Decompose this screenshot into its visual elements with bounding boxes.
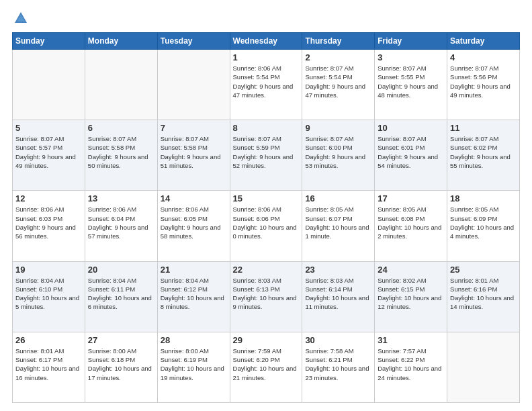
calendar-day: 8Sunrise: 8:07 AMSunset: 5:59 PMDaylight… <box>230 120 302 191</box>
day-info: Sunrise: 8:01 AMSunset: 6:17 PMDaylight:… <box>15 347 82 382</box>
day-info: Sunrise: 8:06 AMSunset: 6:06 PMDaylight:… <box>233 205 300 240</box>
calendar-day: 17Sunrise: 8:05 AMSunset: 6:08 PMDayligh… <box>375 191 447 261</box>
calendar-day: 23Sunrise: 8:03 AMSunset: 6:14 PMDayligh… <box>302 261 375 332</box>
day-number: 26 <box>15 335 82 345</box>
day-number: 8 <box>233 123 300 133</box>
calendar-day <box>13 50 85 120</box>
day-info: Sunrise: 7:58 AMSunset: 6:21 PMDaylight:… <box>305 347 371 382</box>
calendar-day: 20Sunrise: 8:04 AMSunset: 6:11 PMDayligh… <box>85 261 157 332</box>
day-number: 17 <box>378 193 444 203</box>
day-number: 12 <box>15 193 82 203</box>
calendar-day: 16Sunrise: 8:05 AMSunset: 6:07 PMDayligh… <box>302 191 375 261</box>
day-info: Sunrise: 8:05 AMSunset: 6:09 PMDaylight:… <box>450 205 517 240</box>
calendar-day: 24Sunrise: 8:02 AMSunset: 6:15 PMDayligh… <box>375 261 447 332</box>
calendar-day: 14Sunrise: 8:06 AMSunset: 6:05 PMDayligh… <box>157 191 230 261</box>
day-info: Sunrise: 8:07 AMSunset: 5:59 PMDaylight:… <box>233 134 300 170</box>
day-info: Sunrise: 8:04 AMSunset: 6:11 PMDaylight:… <box>88 276 154 312</box>
day-number: 1 <box>233 52 300 62</box>
calendar-header-row: SundayMondayTuesdayWednesdayThursdayFrid… <box>13 33 520 50</box>
day-number: 25 <box>450 265 517 275</box>
calendar-day <box>157 50 230 120</box>
day-info: Sunrise: 8:07 AMSunset: 6:02 PMDaylight:… <box>450 134 517 170</box>
calendar-day: 21Sunrise: 8:04 AMSunset: 6:12 PMDayligh… <box>157 261 230 332</box>
calendar-day: 11Sunrise: 8:07 AMSunset: 6:02 PMDayligh… <box>447 120 520 191</box>
day-info: Sunrise: 8:02 AMSunset: 6:15 PMDaylight:… <box>378 276 444 312</box>
day-header-sunday: Sunday <box>13 33 85 50</box>
day-info: Sunrise: 8:07 AMSunset: 5:58 PMDaylight:… <box>88 134 154 170</box>
calendar-day: 10Sunrise: 8:07 AMSunset: 6:01 PMDayligh… <box>375 120 447 191</box>
logo-icon <box>13 11 28 26</box>
day-info: Sunrise: 8:04 AMSunset: 6:10 PMDaylight:… <box>15 276 82 312</box>
day-info: Sunrise: 7:57 AMSunset: 6:22 PMDaylight:… <box>378 347 444 382</box>
day-number: 7 <box>161 123 227 133</box>
day-number: 3 <box>378 52 444 62</box>
calendar-day: 13Sunrise: 8:06 AMSunset: 6:04 PMDayligh… <box>85 191 157 261</box>
calendar-day: 15Sunrise: 8:06 AMSunset: 6:06 PMDayligh… <box>230 191 302 261</box>
day-header-tuesday: Tuesday <box>157 33 230 50</box>
calendar-day: 26Sunrise: 8:01 AMSunset: 6:17 PMDayligh… <box>13 332 85 402</box>
day-info: Sunrise: 8:06 AMSunset: 6:05 PMDaylight:… <box>161 205 227 240</box>
day-number: 13 <box>88 193 154 203</box>
calendar-day: 7Sunrise: 8:07 AMSunset: 5:58 PMDaylight… <box>157 120 230 191</box>
day-info: Sunrise: 8:07 AMSunset: 5:54 PMDaylight:… <box>305 64 371 99</box>
calendar-day: 12Sunrise: 8:06 AMSunset: 6:03 PMDayligh… <box>13 191 85 261</box>
day-info: Sunrise: 8:04 AMSunset: 6:12 PMDaylight:… <box>161 276 227 312</box>
day-number: 23 <box>305 265 371 275</box>
day-number: 30 <box>305 335 371 345</box>
day-info: Sunrise: 8:07 AMSunset: 6:01 PMDaylight:… <box>378 134 444 170</box>
day-number: 28 <box>161 335 227 345</box>
day-number: 15 <box>233 193 300 203</box>
day-number: 6 <box>88 123 154 133</box>
calendar-day: 6Sunrise: 8:07 AMSunset: 5:58 PMDaylight… <box>85 120 157 191</box>
calendar-table: SundayMondayTuesdayWednesdayThursdayFrid… <box>12 32 520 403</box>
day-number: 29 <box>233 335 300 345</box>
day-header-thursday: Thursday <box>302 33 375 50</box>
day-info: Sunrise: 8:07 AMSunset: 5:58 PMDaylight:… <box>161 134 227 170</box>
day-info: Sunrise: 8:07 AMSunset: 5:55 PMDaylight:… <box>378 64 444 99</box>
day-number: 19 <box>15 265 82 275</box>
header <box>12 11 520 26</box>
day-number: 22 <box>233 265 300 275</box>
day-number: 18 <box>450 193 517 203</box>
day-number: 31 <box>378 335 444 345</box>
day-info: Sunrise: 8:06 AMSunset: 6:04 PMDaylight:… <box>88 205 154 240</box>
day-number: 4 <box>450 52 517 62</box>
calendar-day <box>447 332 520 402</box>
day-number: 14 <box>161 193 227 203</box>
calendar-day: 3Sunrise: 8:07 AMSunset: 5:55 PMDaylight… <box>375 50 447 120</box>
day-header-wednesday: Wednesday <box>230 33 302 50</box>
day-number: 20 <box>88 265 154 275</box>
calendar-day: 27Sunrise: 8:00 AMSunset: 6:18 PMDayligh… <box>85 332 157 402</box>
calendar-week-row: 1Sunrise: 8:06 AMSunset: 5:54 PMDaylight… <box>13 50 520 120</box>
calendar-day: 2Sunrise: 8:07 AMSunset: 5:54 PMDaylight… <box>302 50 375 120</box>
calendar-day: 9Sunrise: 8:07 AMSunset: 6:00 PMDaylight… <box>302 120 375 191</box>
day-info: Sunrise: 8:06 AMSunset: 6:03 PMDaylight:… <box>15 205 82 240</box>
day-header-monday: Monday <box>85 33 157 50</box>
day-info: Sunrise: 8:03 AMSunset: 6:13 PMDaylight:… <box>233 276 300 312</box>
day-number: 5 <box>15 123 82 133</box>
calendar-day: 4Sunrise: 8:07 AMSunset: 5:56 PMDaylight… <box>447 50 520 120</box>
day-number: 9 <box>305 123 371 133</box>
day-number: 10 <box>378 123 444 133</box>
calendar-day: 1Sunrise: 8:06 AMSunset: 5:54 PMDaylight… <box>230 50 302 120</box>
day-header-friday: Friday <box>375 33 447 50</box>
calendar-day <box>85 50 157 120</box>
calendar-day: 19Sunrise: 8:04 AMSunset: 6:10 PMDayligh… <box>13 261 85 332</box>
calendar-day: 29Sunrise: 7:59 AMSunset: 6:20 PMDayligh… <box>230 332 302 402</box>
day-number: 2 <box>305 52 371 62</box>
day-info: Sunrise: 8:00 AMSunset: 6:19 PMDaylight:… <box>161 347 227 382</box>
page: SundayMondayTuesdayWednesdayThursdayFrid… <box>0 0 532 411</box>
day-number: 27 <box>88 335 154 345</box>
calendar-day: 31Sunrise: 7:57 AMSunset: 6:22 PMDayligh… <box>375 332 447 402</box>
day-info: Sunrise: 7:59 AMSunset: 6:20 PMDaylight:… <box>233 347 300 382</box>
calendar-day: 22Sunrise: 8:03 AMSunset: 6:13 PMDayligh… <box>230 261 302 332</box>
day-info: Sunrise: 8:07 AMSunset: 5:56 PMDaylight:… <box>450 64 517 99</box>
calendar-day: 5Sunrise: 8:07 AMSunset: 5:57 PMDaylight… <box>13 120 85 191</box>
day-info: Sunrise: 8:03 AMSunset: 6:14 PMDaylight:… <box>305 276 371 312</box>
calendar-week-row: 19Sunrise: 8:04 AMSunset: 6:10 PMDayligh… <box>13 261 520 332</box>
day-number: 21 <box>161 265 227 275</box>
day-number: 11 <box>450 123 517 133</box>
day-info: Sunrise: 8:01 AMSunset: 6:16 PMDaylight:… <box>450 276 517 312</box>
calendar-day: 30Sunrise: 7:58 AMSunset: 6:21 PMDayligh… <box>302 332 375 402</box>
calendar-day: 25Sunrise: 8:01 AMSunset: 6:16 PMDayligh… <box>447 261 520 332</box>
